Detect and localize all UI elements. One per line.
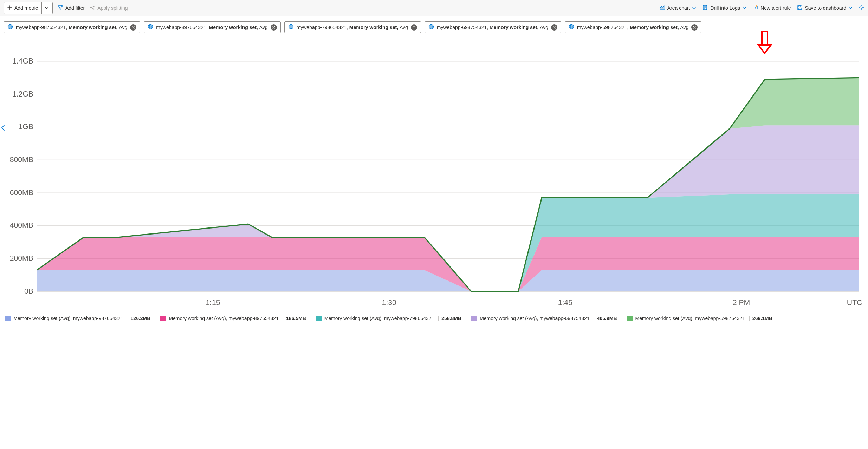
metric-chips: mywebapp-987654321, Memory working set, … (0, 16, 868, 33)
area-chart-svg[interactable]: 0B200MB400MB600MB800MB1GB1.2GB1.4GB1:151… (4, 41, 864, 311)
svg-text:0B: 0B (24, 287, 33, 295)
settings-button[interactable] (859, 5, 864, 12)
chip-remove[interactable] (691, 24, 698, 31)
toolbar: Add metric Add filter Apply splitting Ar… (0, 0, 868, 16)
toolbar-right: Area chart Drill into Logs New alert rul… (660, 5, 864, 12)
toolbar-left: Add metric Add filter Apply splitting (4, 2, 128, 14)
area-chart-icon (660, 5, 665, 12)
split-icon (90, 5, 95, 12)
legend-swatch (5, 316, 11, 321)
filter-icon (58, 5, 63, 12)
chip-remove[interactable] (130, 24, 136, 31)
chip-remove[interactable] (551, 24, 557, 31)
chip-text: mywebapp-698754321, Memory working set, … (437, 25, 548, 30)
area-chart-button[interactable]: Area chart (660, 5, 697, 12)
chip-text: mywebapp-987654321, Memory working set, … (16, 25, 127, 30)
add-filter-button[interactable]: Add filter (58, 5, 85, 12)
legend-swatch (471, 316, 477, 321)
legend-swatch (627, 316, 633, 321)
globe-icon (148, 24, 153, 31)
plus-icon (7, 5, 12, 11)
chip-text: mywebapp-798654321, Memory working set, … (297, 25, 408, 30)
metric-chip[interactable]: mywebapp-598764321, Memory working set, … (565, 21, 701, 33)
new-alert-label: New alert rule (760, 5, 791, 11)
add-metric-label: Add metric (14, 5, 38, 11)
chevron-down-icon (692, 6, 696, 10)
apply-splitting-label: Apply splitting (97, 5, 128, 11)
legend-swatch (316, 316, 322, 321)
gear-icon (859, 5, 864, 12)
svg-text:1:30: 1:30 (382, 298, 396, 306)
metric-chip[interactable]: mywebapp-987654321, Memory working set, … (4, 21, 140, 33)
legend-item[interactable]: Memory working set (Avg), mywebapp-89765… (160, 316, 306, 321)
svg-text:1:15: 1:15 (206, 298, 220, 306)
add-metric-dropdown[interactable] (41, 2, 49, 14)
legend-value: 126.2MB (128, 316, 151, 321)
legend: Memory working set (Avg), mywebapp-98765… (0, 312, 868, 327)
chevron-down-icon (742, 6, 746, 10)
svg-text:1.4GB: 1.4GB (12, 57, 33, 65)
alert-icon (753, 5, 758, 12)
svg-point-7 (861, 7, 862, 8)
legend-value: 405.9MB (594, 316, 617, 321)
metric-chip[interactable]: mywebapp-798654321, Memory working set, … (284, 21, 421, 33)
svg-text:1.2GB: 1.2GB (12, 90, 33, 98)
globe-icon (7, 24, 13, 31)
legend-swatch (160, 316, 166, 321)
chip-remove[interactable] (271, 24, 277, 31)
metric-chip[interactable]: mywebapp-698754321, Memory working set, … (425, 21, 561, 33)
svg-rect-6 (798, 8, 801, 10)
legend-label: Memory working set (Avg), mywebapp-89765… (169, 316, 279, 321)
svg-point-1 (93, 6, 95, 7)
legend-item[interactable]: Memory working set (Avg), mywebapp-59876… (627, 316, 772, 321)
svg-point-2 (93, 8, 95, 9)
apply-splitting-button: Apply splitting (90, 5, 128, 12)
drill-logs-label: Drill into Logs (710, 5, 740, 11)
legend-item[interactable]: Memory working set (Avg), mywebapp-69875… (471, 316, 617, 321)
chevron-down-icon (45, 6, 49, 10)
chart-area: 0B200MB400MB600MB800MB1GB1.2GB1.4GB1:151… (0, 33, 868, 312)
svg-text:1:45: 1:45 (558, 298, 572, 306)
legend-value: 258.8MB (438, 316, 461, 321)
chevron-down-icon (848, 6, 853, 10)
legend-label: Memory working set (Avg), mywebapp-79865… (324, 316, 434, 321)
legend-value: 186.5MB (283, 316, 306, 321)
legend-value: 269.1MB (749, 316, 772, 321)
chip-text: mywebapp-598764321, Memory working set, … (577, 25, 688, 30)
metric-chip[interactable]: mywebapp-897654321, Memory working set, … (144, 21, 280, 33)
chip-remove[interactable] (411, 24, 417, 31)
area-chart-label: Area chart (667, 5, 690, 11)
chip-text: mywebapp-897654321, Memory working set, … (156, 25, 267, 30)
chart-svg-wrap: 0B200MB400MB600MB800MB1GB1.2GB1.4GB1:151… (4, 41, 864, 312)
new-alert-button[interactable]: New alert rule (753, 5, 791, 12)
svg-text:600MB: 600MB (10, 189, 33, 197)
legend-label: Memory working set (Avg), mywebapp-98765… (13, 316, 123, 321)
svg-point-0 (90, 7, 91, 8)
globe-icon (569, 24, 574, 31)
legend-label: Memory working set (Avg), mywebapp-59876… (635, 316, 745, 321)
svg-text:400MB: 400MB (10, 221, 33, 229)
save-dashboard-button[interactable]: Save to dashboard (797, 5, 853, 12)
add-filter-label: Add filter (65, 5, 85, 11)
drill-logs-button[interactable]: Drill into Logs (702, 5, 746, 12)
svg-text:800MB: 800MB (10, 156, 33, 164)
legend-label: Memory working set (Avg), mywebapp-69875… (480, 316, 590, 321)
save-dashboard-label: Save to dashboard (805, 5, 846, 11)
globe-icon (288, 24, 294, 31)
svg-text:200MB: 200MB (10, 254, 33, 262)
svg-text:2 PM: 2 PM (733, 298, 750, 306)
globe-icon (428, 24, 434, 31)
legend-item[interactable]: Memory working set (Avg), mywebapp-79865… (316, 316, 461, 321)
logs-icon (702, 5, 708, 12)
svg-text:UTC: UTC (847, 298, 862, 306)
add-metric-button[interactable]: Add metric (4, 2, 53, 14)
save-icon (797, 5, 803, 12)
legend-item[interactable]: Memory working set (Avg), mywebapp-98765… (5, 316, 150, 321)
svg-text:1GB: 1GB (18, 123, 33, 131)
